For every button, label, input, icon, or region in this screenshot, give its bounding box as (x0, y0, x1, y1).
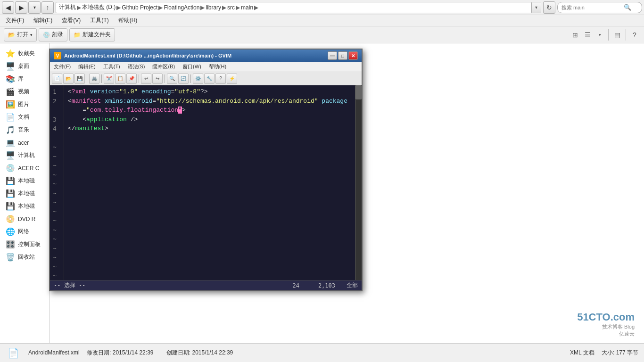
computer-icon: 🖥️ (6, 151, 15, 160)
sidebar-item-control-panel[interactable]: 🎛️ 控制面板 (0, 238, 49, 251)
gvim-menu-edit[interactable]: 编辑(E) (76, 62, 98, 71)
address-dropdown[interactable]: ▾ (532, 2, 541, 13)
forward-button[interactable]: ▶ (15, 1, 27, 14)
watermark-line2: 亿速云 (619, 330, 635, 337)
refresh-button[interactable]: ↻ (543, 1, 555, 14)
up-button[interactable]: ↑ (41, 1, 54, 14)
gvim-save-button[interactable]: 💾 (74, 74, 85, 84)
modified-date: 修改日期: 2015/1/14 22:39 (87, 349, 153, 356)
path-item: library (206, 4, 221, 11)
sidebar-label: 计算机 (18, 151, 35, 159)
gvim-minimize-button[interactable]: — (328, 51, 337, 60)
gvim-replace-button[interactable]: 🔄 (178, 74, 189, 84)
nav-buttons: ◀ ▶ ▾ ↑ (2, 1, 54, 14)
sidebar-label: 本地磁 (18, 189, 35, 197)
gvim-undo-button[interactable]: ↩ (141, 74, 151, 84)
help-button[interactable]: ? (629, 29, 640, 41)
search-input[interactable] (561, 5, 623, 10)
gvim-menu-window[interactable]: 窗口(W) (181, 62, 203, 71)
gvim-open-button[interactable]: 📂 (63, 74, 74, 84)
watermark: 51CTO.com 技术博客 Blog 亿速云 (577, 311, 635, 337)
sidebar-label: 文档 (18, 113, 29, 121)
gvim-menu-help[interactable]: 帮助(H) (207, 62, 228, 71)
desktop-icon: 🖥️ (6, 62, 15, 71)
sidebar-item-local-disk3[interactable]: 💾 本地磁 (0, 200, 49, 213)
menu-view[interactable]: 查看(V) (60, 16, 83, 25)
gvim-close-button[interactable]: ✕ (348, 51, 358, 60)
gvim-menu-buffer[interactable]: 缓冲区(B) (150, 62, 177, 71)
gvim-tool7[interactable]: 🔧 (204, 74, 215, 84)
gvim-scrollbar[interactable] (355, 85, 362, 280)
gvim-tool6[interactable]: ⚙️ (193, 74, 203, 84)
sidebar-item-acer[interactable]: 💻 acer (0, 136, 49, 149)
menu-edit[interactable]: 编辑(E) (32, 16, 54, 25)
sidebar-item-pictures[interactable]: 🖼️ 图片 (0, 98, 49, 111)
gvim-menu-tools[interactable]: 工具(T) (101, 62, 122, 71)
sidebar-item-favorites[interactable]: ⭐ 收藏夹 (0, 47, 49, 60)
sidebar-item-recycle-bin[interactable]: 🗑️ 回收站 (0, 251, 49, 263)
gvim-tool9[interactable]: ⚡ (227, 74, 237, 84)
sidebar-item-dvd[interactable]: 📀 DVD R (0, 213, 49, 225)
sidebar-label: 本地磁 (18, 177, 35, 185)
dropdown-button[interactable]: ▾ (28, 1, 41, 14)
gvim-scrollbar-thumb[interactable] (355, 85, 362, 99)
burn-label: 刻录 (52, 31, 63, 39)
search-bar[interactable]: 🔍 (557, 2, 642, 13)
open-button[interactable]: 📂 打开 ▾ (4, 28, 37, 41)
gvim-maximize-button[interactable]: □ (338, 51, 347, 60)
burn-icon: 💿 (43, 32, 50, 38)
view-dropdown-button[interactable]: ▾ (594, 29, 605, 41)
sidebar-item-local-disk2[interactable]: 💾 本地磁 (0, 187, 49, 200)
gvim-copy-button[interactable]: 📋 (115, 74, 125, 84)
status-type: XML 文档 大小: 177 字节 (570, 349, 638, 357)
sidebar-item-acer-c[interactable]: 💿 ACER C (0, 162, 49, 174)
new-folder-button[interactable]: 📁 新建文件夹 (69, 28, 115, 41)
toolbar-sep3 (139, 74, 139, 83)
sidebar-item-desktop[interactable]: 🖥️ 桌面 (0, 60, 49, 73)
gvim-tool8[interactable]: ? (215, 74, 226, 84)
gvim-menu-syntax[interactable]: 语法(S) (126, 62, 147, 71)
gvim-cut-button[interactable]: ✂️ (104, 74, 114, 84)
local-disk-icon: 💾 (6, 189, 15, 198)
sidebar-item-library[interactable]: 📚 库 (0, 73, 49, 85)
gvim-redo-button[interactable]: ↪ (152, 74, 163, 84)
gvim-print-button[interactable]: 🖨️ (89, 74, 99, 84)
status-filename: AndroidManifest.xml 修改日期: 2015/1/14 22:3… (28, 349, 233, 357)
search-icon[interactable]: 🔍 (623, 3, 632, 12)
menu-file[interactable]: 文件(F) (4, 16, 26, 25)
address-bar[interactable]: 计算机 ▶ 本地磁盘 (D:) ▶ Github Project ▶ Float… (56, 2, 532, 13)
gvim-find-button[interactable]: 🔍 (167, 74, 177, 84)
gvim-code-content[interactable]: <?xml version="1.0" encoding="utf-8"?> <… (64, 85, 355, 280)
created-date: 创建日期: 2015/1/14 22:39 (166, 349, 233, 356)
open-label: 打开 (17, 31, 28, 39)
gvim-window: V AndroidManifest.xml (D:\Github ...ingA… (49, 49, 363, 291)
sidebar-label: DVD R (18, 216, 35, 222)
sidebar-item-video[interactable]: 🎬 视频 (0, 85, 49, 98)
sidebar-item-music[interactable]: 🎵 音乐 (0, 123, 49, 136)
sidebar-item-documents[interactable]: 📄 文档 (0, 111, 49, 123)
view-list-button[interactable]: ☰ (582, 29, 593, 41)
toolbar-sep2 (101, 74, 102, 83)
preview-pane-button[interactable]: ▤ (611, 29, 623, 41)
back-button[interactable]: ◀ (2, 1, 14, 14)
explorer-toolbar: 📂 打开 ▾ 💿 刻录 📁 新建文件夹 ⊞ ☰ ▾ ▤ ? (0, 26, 644, 43)
path-item: main (241, 4, 253, 11)
menu-tools[interactable]: 工具(T) (88, 16, 110, 25)
gvim-new-button[interactable]: 📄 (52, 74, 62, 84)
local-disk-icon: 💾 (6, 176, 15, 185)
gvim-menu-file[interactable]: 文件(F) (52, 62, 73, 71)
sidebar-item-local-disk1[interactable]: 💾 本地磁 (0, 174, 49, 187)
burn-button[interactable]: 💿 刻录 (39, 28, 67, 41)
sidebar-item-computer[interactable]: 🖥️ 计算机 (0, 149, 49, 162)
file-type: XML 文档 (570, 349, 594, 356)
sidebar-item-network[interactable]: 🌐 网络 (0, 225, 49, 238)
gvim-paste-button[interactable]: 📌 (126, 74, 137, 84)
open-dropdown-icon: ▾ (30, 33, 33, 37)
toolbar-sep1 (87, 74, 87, 83)
gvim-editor-area[interactable]: 1 2 3 4 ~ ~ ~ ~ ~ ~ ~ ~ ~ ~ ~ ~ ~ ~ ~ ~ … (50, 85, 362, 280)
music-icon: 🎵 (6, 125, 15, 134)
menu-help[interactable]: 帮助(H) (116, 16, 140, 25)
address-bar-row: ◀ ▶ ▾ ↑ 计算机 ▶ 本地磁盘 (D:) ▶ Github Project… (0, 0, 644, 15)
view-grid-button[interactable]: ⊞ (570, 29, 581, 41)
library-icon: 📚 (6, 74, 15, 83)
